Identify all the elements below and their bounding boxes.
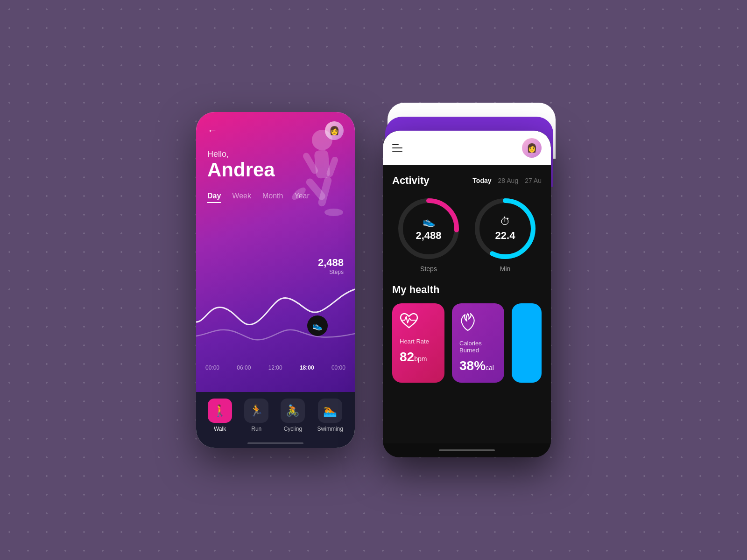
greeting-hello: Hello, xyxy=(207,149,344,159)
shoe-marker: 👟 xyxy=(307,315,328,336)
heart-rate-value: 82bpm xyxy=(400,350,427,364)
time-label-4: 00:00 xyxy=(331,364,345,371)
calories-label: Calories Burned xyxy=(459,340,497,354)
steps-number: 2,488 xyxy=(318,257,344,269)
heart-rate-icon xyxy=(400,313,418,333)
health-cards: Heart Rate 82bpm xyxy=(392,303,542,383)
walk-icon: 🚶 xyxy=(208,399,232,423)
home-indicator-left xyxy=(196,439,355,448)
steps-caption: Steps xyxy=(420,265,437,273)
left-phone-screen: ← 👩 Hello, Andrea Day Week Month Year 2,… xyxy=(196,112,355,392)
min-circle-value: 22.4 xyxy=(495,230,515,242)
activity-title: Activity xyxy=(392,175,429,187)
avatar-right: 👩 xyxy=(522,138,542,158)
right-phone-container: 👩 Activity Today 28 Aug 27 Au xyxy=(383,103,551,457)
nav-item-swimming[interactable]: 🏊 Swimming xyxy=(317,399,343,432)
nav-label-walk: Walk xyxy=(214,426,226,432)
tab-27aug[interactable]: 27 Au xyxy=(525,177,542,184)
tab-day[interactable]: Day xyxy=(207,192,221,203)
tab-today[interactable]: Today xyxy=(472,177,491,184)
nav-item-run[interactable]: 🏃 Run xyxy=(244,399,268,432)
min-caption: Min xyxy=(500,265,511,273)
wave-chart xyxy=(196,266,355,359)
shoe-icon: 👟 xyxy=(423,216,435,228)
tab-month[interactable]: Month xyxy=(262,192,283,203)
right-phone-content: Activity Today 28 Aug 27 Au xyxy=(383,165,551,443)
svg-point-0 xyxy=(312,130,332,150)
home-bar-left xyxy=(247,442,303,444)
time-label-1: 06:00 xyxy=(237,364,251,371)
calories-unit: cal xyxy=(486,364,494,371)
heart-rate-unit: bpm xyxy=(414,355,427,363)
nav-item-cycling[interactable]: 🚴 Cycling xyxy=(281,399,305,432)
cycling-icon: 🚴 xyxy=(281,399,305,423)
steps-counter: 2,488 Steps xyxy=(318,257,344,275)
circles-row: 👟 2,488 Steps xyxy=(392,196,542,273)
swimming-icon: 🏊 xyxy=(318,399,342,423)
nav-label-cycling: Cycling xyxy=(284,426,302,432)
run-icon: 🏃 xyxy=(244,399,268,423)
steps-circle-stat: 👟 2,488 Steps xyxy=(396,196,461,273)
steps-circle: 👟 2,488 xyxy=(396,196,461,261)
calories-value: 38%cal xyxy=(459,358,494,373)
activity-tabs: Today 28 Aug 27 Au xyxy=(472,177,542,184)
health-section: My health Heart Rate xyxy=(392,284,542,383)
health-title: My health xyxy=(392,284,542,296)
calories-icon xyxy=(459,313,476,335)
min-circle-stat: ⏱ 22.4 Min xyxy=(472,196,538,273)
nav-label-run: Run xyxy=(251,426,261,432)
steps-label: Steps xyxy=(318,269,344,275)
min-circle: ⏱ 22.4 xyxy=(472,196,538,261)
time-tabs: Day Week Month Year xyxy=(196,181,355,207)
bottom-nav: 🚶 Walk 🏃 Run 🚴 Cycling 🏊 Swimming xyxy=(196,392,355,439)
activity-header: Activity Today 28 Aug 27 Au xyxy=(392,175,542,187)
time-labels: 00:00 06:00 12:00 18:00 00:00 xyxy=(196,364,355,371)
tab-year[interactable]: Year xyxy=(294,192,309,203)
phones-container: ← 👩 Hello, Andrea Day Week Month Year 2,… xyxy=(196,103,551,457)
steps-circle-value: 2,488 xyxy=(416,230,441,242)
home-bar xyxy=(439,449,495,451)
stopwatch-icon: ⏱ xyxy=(500,216,510,228)
tab-28aug[interactable]: 28 Aug xyxy=(498,177,519,184)
steps-circle-inner: 👟 2,488 xyxy=(396,196,461,261)
nav-label-swimming: Swimming xyxy=(317,426,343,432)
time-label-0: 00:00 xyxy=(205,364,219,371)
heart-rate-card: Heart Rate 82bpm xyxy=(392,303,444,383)
nav-item-walk[interactable]: 🚶 Walk xyxy=(208,399,232,432)
right-phone-header: 👩 xyxy=(383,131,551,165)
tab-week[interactable]: Week xyxy=(232,192,251,203)
blue-card xyxy=(512,303,542,383)
heart-rate-label: Heart Rate xyxy=(400,338,429,345)
back-arrow-icon[interactable]: ← xyxy=(207,125,218,137)
time-label-3: 18:00 xyxy=(300,364,314,371)
menu-icon[interactable] xyxy=(392,144,402,152)
min-circle-inner: ⏱ 22.4 xyxy=(472,196,538,261)
calories-card: Calories Burned 38%cal xyxy=(452,303,504,383)
home-indicator xyxy=(383,443,551,457)
svg-point-7 xyxy=(324,209,343,216)
time-label-2: 12:00 xyxy=(268,364,282,371)
right-phone: 👩 Activity Today 28 Aug 27 Au xyxy=(383,131,551,457)
left-phone: ← 👩 Hello, Andrea Day Week Month Year 2,… xyxy=(196,112,355,448)
